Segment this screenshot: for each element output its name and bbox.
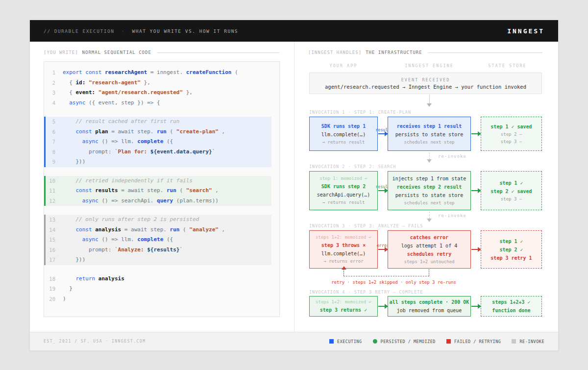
code-line-6: 6 const plan = await step. run ( "create… — [44, 127, 271, 137]
content: [YOU WRITE] NORMAL SEQUENTIAL CODE 1expo… — [30, 42, 558, 333]
invocation-1-engine-box: receives step 1 resultpersists to state … — [388, 117, 471, 151]
code-text: } — [63, 284, 73, 294]
code-text: prompt: `Analyze: ${results}` — [63, 245, 183, 255]
left-section-rule — [157, 52, 279, 53]
legend: EXECUTINGPERSISTED / MEMOIZEDFAILED / RE… — [329, 339, 544, 344]
retry-loop-arrow-icon — [343, 269, 429, 276]
line-number: 5 — [46, 117, 63, 127]
invocation-3-row: steps 1+2: memoized ↩step 3 throws ×llm.… — [294, 230, 558, 269]
box-line: steps 1+2: memoized ↩ — [316, 298, 371, 306]
code-text: // only runs after step 2 is persisted — [63, 215, 199, 225]
legend-label: RE-INVOKE — [519, 339, 544, 344]
invocation-2-state-box: step 1 ✓step 2 ✓ savedstep 3 — — [481, 171, 542, 210]
box-line: job removed from queue — [397, 306, 462, 315]
invocation-1-state-box: step 1 ✓ savedstep 2 —step 3 — — [481, 117, 542, 151]
box-line: searchApi.query(…) — [317, 191, 370, 199]
box-line: injects step 1 from state — [392, 174, 466, 183]
line-number: 15 — [46, 235, 63, 245]
invocation-2-app-box: step 1: memoized ↩SDK runs step 2searchA… — [309, 171, 378, 210]
invocation-4-row: steps 1+2: memoized ↩step 3 returns ✓ al… — [294, 296, 558, 317]
code-text: const results = await step. run ( "searc… — [63, 186, 219, 196]
invocation-3-state-box: step 1 ✓step 2 ✓step 3 retry 1 — [481, 230, 542, 269]
legend-swatch-icon — [329, 339, 334, 344]
line-number: 12 — [46, 196, 63, 206]
main-card: // DURABLE EXECUTION · WHAT YOU WRITE VS… — [29, 20, 559, 351]
box-line: step 3 retry 1 — [490, 254, 532, 262]
box-line: → returns result — [322, 139, 365, 146]
legend-item: FAILED / RETRYING — [446, 339, 501, 344]
line-number: 14 — [46, 225, 63, 235]
box-line: receives step 1 result — [397, 122, 462, 130]
box-line: receives step 2 result — [397, 183, 462, 191]
code-text: export const researchAgent = inngest. cr… — [63, 68, 238, 78]
legend-item: EXECUTING — [329, 339, 362, 344]
code-text: return analysis — [63, 274, 124, 284]
code-line-7: 7 async () => llm. complete ({ — [44, 137, 271, 147]
invocation-4-state-box: steps 1+2+3 ✓function done — [481, 296, 542, 317]
line-number: 16 — [46, 245, 63, 255]
code-line-20: 20) — [44, 294, 279, 304]
line-number: 1 — [46, 68, 63, 78]
line-number: 13 — [46, 215, 63, 225]
header-tag: // DURABLE EXECUTION — [44, 28, 114, 34]
invocation-2-row: step 1: memoized ↩SDK runs step 2searchA… — [294, 171, 558, 210]
box-line: steps 1+2+3 ✓ — [492, 298, 530, 306]
code-line-12: 12 async () => searchApi. query (plan.te… — [44, 196, 271, 206]
box-line: → returns error — [323, 258, 363, 265]
brand-logo: INNGEST — [507, 27, 544, 35]
line-number: 18 — [46, 274, 63, 284]
invocation-2-engine-box: injects step 1 from statereceives step 2… — [388, 171, 471, 210]
box-line: persists to state store — [395, 130, 463, 139]
box-line: step 3 throws × — [321, 241, 366, 249]
legend-swatch-icon — [373, 339, 377, 344]
box-line: step 2 ✓ saved — [490, 187, 532, 196]
code-line-1: 1export const researchAgent = inngest. c… — [44, 68, 279, 78]
box-line: step 2 ✓ — [499, 246, 523, 254]
reinvoke-label-2: re-invoke — [438, 213, 466, 218]
event-received-box: EVENT RECEIVED agent/research.requested … — [309, 73, 542, 94]
line-number: 4 — [46, 98, 63, 108]
line-number: 3 — [46, 88, 63, 98]
box-line: step 1 ✓ — [499, 179, 523, 187]
line-number: 20 — [46, 294, 63, 304]
box-line: step 3 — — [501, 138, 522, 146]
legend-swatch-icon — [446, 339, 451, 344]
code-text: ) — [63, 294, 66, 304]
box-line: schedules next step — [404, 199, 455, 207]
line-number: 2 — [46, 78, 63, 88]
legend-label: FAILED / RETRYING — [454, 339, 501, 344]
box-line: logs attempt 1 of 4 — [401, 242, 457, 250]
code-text: async ({ event, step }) => { — [63, 98, 160, 108]
event-received-title: EVENT RECEIVED — [401, 77, 450, 82]
column-your-app: YOUR APP — [309, 63, 378, 68]
code-text: const analysis = await step. run ( "anal… — [63, 225, 225, 235]
code-line-15: 15 async () => llm. complete ({ — [44, 235, 271, 245]
header-bar: // DURABLE EXECUTION · WHAT YOU WRITE VS… — [30, 20, 558, 42]
reinvoke-arrow-1-icon: re-invoke — [429, 152, 432, 163]
box-line: steps 1+2 untouched — [404, 258, 455, 266]
code-line-2: 2 { id: "research-agent" }, — [44, 78, 279, 88]
header-title: // DURABLE EXECUTION · WHAT YOU WRITE VS… — [44, 28, 238, 34]
code-text: async () => llm. complete ({ — [63, 235, 173, 245]
left-section-title: NORMAL SEQUENTIAL CODE — [82, 50, 151, 55]
code-text: })) — [63, 157, 85, 167]
box-line: persists to state store — [395, 191, 463, 199]
box-line: step 2 — — [501, 131, 522, 138]
right-section-tag: [INNGEST HANDLES] — [308, 50, 362, 55]
event-down-arrow-icon — [429, 95, 432, 107]
code-line-11: 11 const results = await step. run ( "se… — [44, 186, 271, 196]
code-line-5: 5 // result cached after first run — [44, 117, 271, 127]
reinvoke-label-1: re-invoke — [438, 154, 466, 159]
code-line-3: 3 { event: "agent/research.requested" }, — [44, 88, 279, 98]
footer-bar: EST_ 2021 / SF, USA · INNGEST.COM EXECUT… — [30, 332, 558, 350]
legend-label: EXECUTING — [337, 339, 362, 344]
column-inngest-engine: INNGEST ENGINE — [388, 63, 471, 68]
code-line-10: 10 // retried independently if it fails — [44, 176, 271, 186]
code-text: { id: "research-agent" }, — [63, 78, 150, 88]
event-received-desc: agent/research.requested → Inngest Engin… — [325, 84, 526, 90]
code-text: // retried independently if it fails — [63, 176, 193, 186]
box-line: SDK runs step 1 — [321, 122, 366, 130]
box-line: step 1 ✓ saved — [490, 123, 532, 131]
right-section-header: [INNGEST HANDLES] THE INFRASTRUCTURE — [308, 50, 542, 55]
invocation-3-app-box: steps 1+2: memoized ↩step 3 throws ×llm.… — [309, 230, 378, 269]
